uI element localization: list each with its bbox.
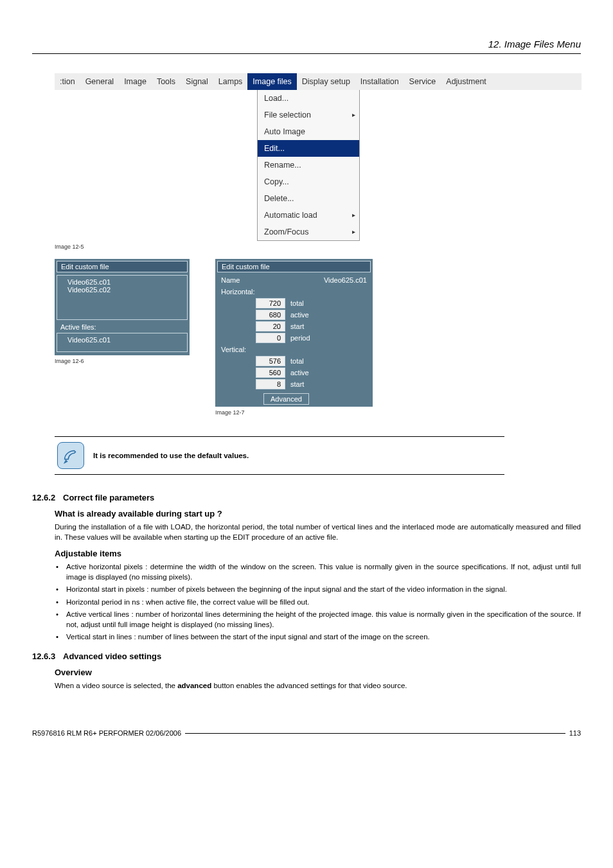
menu-tools[interactable]: Tools — [152, 73, 181, 90]
footer-line — [185, 733, 565, 734]
dropdown-zoom-focus[interactable]: Zoom/Focus▸ — [258, 224, 359, 240]
panel2-vertical-label: Vertical: — [217, 344, 371, 355]
menu-display-setup[interactable]: Display setup — [297, 73, 355, 90]
list-item: Horizontal start in pixels : number of p… — [55, 585, 581, 595]
h-start-label: start — [285, 323, 304, 330]
figure-menubar-area: :tion General Image Tools Signal Lamps I… — [55, 73, 581, 241]
panel1-active-list[interactable]: Video625.c01 — [57, 333, 188, 352]
menu-image-files[interactable]: Image files — [247, 73, 296, 90]
menu-service[interactable]: Service — [404, 73, 441, 90]
info-hand-icon — [57, 442, 84, 469]
chevron-right-icon: ▸ — [352, 209, 355, 221]
list-item: Active horizontal pixels : determine the… — [55, 562, 581, 582]
dropdown-copy[interactable]: Copy... — [258, 173, 359, 190]
dropdown-automatic-load[interactable]: Automatic load▸ — [258, 207, 359, 224]
footer-left: R5976816 RLM R6+ PERFORMER 02/06/2006 — [32, 729, 181, 737]
h-active-label: active — [285, 311, 309, 319]
section-12-6-2: 12.6.2Correct file parameters — [32, 493, 581, 502]
dropdown-zoom-focus-label: Zoom/Focus — [264, 227, 308, 236]
h-total-label: total — [285, 299, 304, 307]
panel1-active-label: Active files: — [57, 321, 188, 333]
page-header-title: 12. Image Files Menu — [32, 39, 581, 49]
page-footer: R5976816 RLM R6+ PERFORMER 02/06/2006 11… — [32, 729, 581, 737]
dropdown-file-selection-label: File selection — [264, 111, 311, 120]
panel-2-wrap: Edit custom file Name Video625.c01 Horiz… — [215, 259, 373, 425]
dropdown-load[interactable]: Load... — [258, 90, 359, 107]
menu-lamps[interactable]: Lamps — [213, 73, 248, 90]
panel2-title: Edit custom file — [217, 261, 371, 272]
caption-12-5: Image 12-5 — [55, 244, 581, 250]
dropdown-edit[interactable]: Edit... — [258, 140, 359, 157]
dropdown-delete[interactable]: Delete... — [258, 190, 359, 207]
list-item: Vertical start in lines : number of line… — [55, 632, 581, 642]
subhead-startup: What is already available during start u… — [55, 509, 581, 518]
edit-custom-file-panel-2: Edit custom file Name Video625.c01 Horiz… — [215, 259, 373, 407]
menu-installation[interactable]: Installation — [355, 73, 404, 90]
advanced-button[interactable]: Advanced — [263, 393, 309, 405]
menu-image[interactable]: Image — [119, 73, 152, 90]
menu-general[interactable]: General — [80, 73, 119, 90]
note-text: It is recommended to use the default val… — [93, 452, 249, 459]
p-overview: When a video source is selected, the adv… — [55, 681, 581, 691]
h-start-input[interactable]: 20 — [256, 321, 285, 332]
h-period-label: period — [285, 334, 310, 342]
v-start-input[interactable]: 8 — [256, 379, 285, 389]
menubar: :tion General Image Tools Signal Lamps I… — [55, 73, 582, 90]
edit-custom-file-panel-1: Edit custom file Video625.c01 Video625.c… — [55, 259, 190, 355]
panel2-name-value: Video625.c01 — [324, 276, 371, 284]
panel2-name-label: Name — [217, 275, 244, 285]
h-total-input[interactable]: 720 — [256, 298, 285, 308]
footer-page-number: 113 — [569, 729, 581, 737]
v-active-label: active — [285, 369, 309, 376]
panel-1-wrap: Edit custom file Video625.c01 Video625.c… — [55, 259, 190, 373]
subhead-overview: Overview — [55, 668, 581, 677]
h-active-input[interactable]: 680 — [256, 310, 285, 320]
panel1-file2[interactable]: Video625.c02 — [61, 286, 183, 294]
v-start-label: start — [285, 380, 304, 388]
menu-action[interactable]: :tion — [55, 73, 80, 90]
panel1-file-list[interactable]: Video625.c01 Video625.c02 — [57, 275, 188, 320]
menu-adjustment[interactable]: Adjustment — [441, 73, 492, 90]
h-period-input[interactable]: 0 — [256, 333, 285, 343]
panel1-active-file[interactable]: Video625.c01 — [61, 336, 183, 344]
panel1-title: Edit custom file — [57, 261, 188, 272]
chevron-right-icon: ▸ — [352, 109, 355, 121]
p-startup: During the installation of a file with L… — [55, 522, 581, 542]
panel2-horizontal-label: Horizontal: — [217, 287, 371, 297]
v-total-input[interactable]: 576 — [256, 356, 285, 366]
subhead-adjustable: Adjustable items — [55, 549, 581, 558]
dropdown-auto-image[interactable]: Auto Image — [258, 123, 359, 140]
caption-12-7: Image 12-7 — [215, 409, 373, 416]
caption-12-6: Image 12-6 — [55, 358, 190, 364]
dropdown-automatic-load-label: Automatic load — [264, 211, 317, 220]
menu-signal[interactable]: Signal — [181, 73, 213, 90]
dropdown-rename[interactable]: Rename... — [258, 157, 359, 173]
image-files-dropdown: Load... File selection▸ Auto Image Edit.… — [257, 90, 360, 241]
list-item: Horizontal period in ns : when active fi… — [55, 598, 581, 608]
note-box: It is recommended to use the default val… — [55, 436, 504, 475]
section-12-6-3: 12.6.3Advanced video settings — [32, 651, 581, 661]
chevron-right-icon: ▸ — [352, 226, 355, 238]
v-total-label: total — [285, 357, 304, 365]
list-item: Active vertical lines : number of horizo… — [55, 610, 581, 630]
v-active-input[interactable]: 560 — [256, 368, 285, 378]
dropdown-file-selection[interactable]: File selection▸ — [258, 107, 359, 123]
panel1-file1[interactable]: Video625.c01 — [61, 278, 183, 286]
adjustable-list: Active horizontal pixels : determine the… — [55, 562, 581, 642]
header-divider — [32, 53, 581, 54]
